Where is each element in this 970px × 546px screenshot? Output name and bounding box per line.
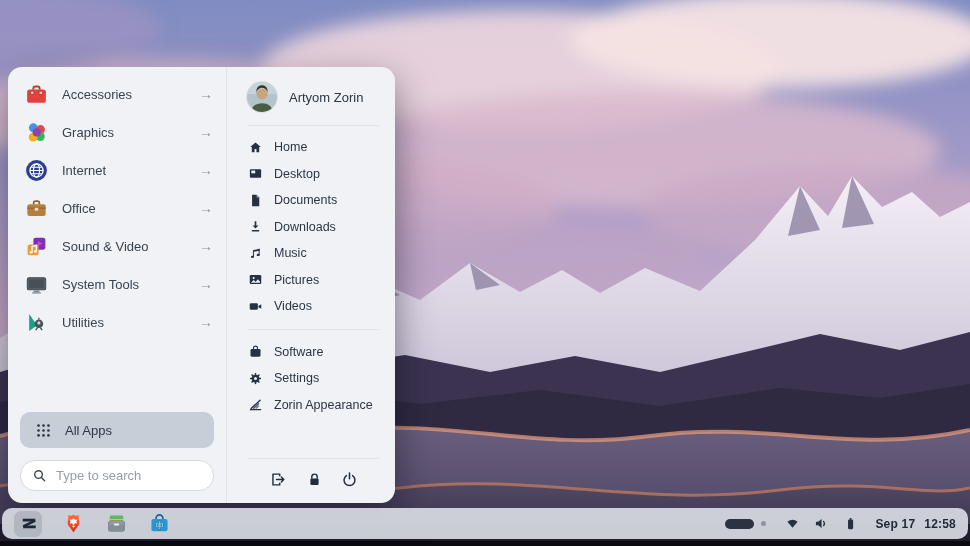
color-palette-icon (24, 120, 49, 145)
download-icon (248, 219, 263, 234)
shortcut-settings[interactable]: Settings (245, 365, 381, 392)
category-label: Office (62, 201, 96, 216)
places-column: Artyom Zorin Home Desktop (227, 67, 395, 503)
desktop-icon (248, 166, 263, 181)
music-note-icon (248, 246, 263, 261)
category-office[interactable]: Office → (8, 189, 226, 227)
search-bar[interactable] (20, 460, 214, 491)
chevron-right-icon: → (199, 277, 213, 291)
session-area (245, 445, 381, 491)
place-label: Documents (274, 193, 337, 207)
battery-icon[interactable] (842, 515, 859, 532)
divider (247, 329, 379, 330)
category-label: Utilities (62, 315, 104, 330)
place-home[interactable]: Home (245, 134, 381, 161)
place-downloads[interactable]: Downloads (245, 214, 381, 241)
session-buttons (245, 459, 381, 491)
chevron-right-icon: → (199, 201, 213, 215)
globe-icon (24, 158, 49, 183)
monitor-icon (24, 272, 49, 297)
logout-icon[interactable] (269, 470, 288, 489)
place-label: Music (274, 246, 307, 260)
place-desktop[interactable]: Desktop (245, 161, 381, 188)
category-label: Graphics (62, 125, 114, 140)
category-column: Accessories → Graphics → (8, 67, 227, 503)
category-label: System Tools (62, 277, 139, 292)
clock-time: 12:58 (924, 517, 956, 531)
media-icon (24, 234, 49, 259)
search-icon (32, 468, 47, 483)
zorin-menu-button[interactable] (14, 511, 42, 537)
desktop: Accessories → Graphics → (0, 0, 970, 546)
shortcut-label: Settings (274, 371, 319, 385)
category-label: Sound & Video (62, 239, 149, 254)
chevron-right-icon: → (199, 315, 213, 329)
shortcut-label: Zorin Appearance (274, 398, 373, 412)
home-icon (248, 140, 263, 155)
category-internet[interactable]: Internet → (8, 151, 226, 189)
utilities-icon (24, 310, 49, 335)
zorin-logo-icon (17, 512, 40, 535)
workspace-indicator[interactable] (725, 519, 766, 529)
video-camera-icon (248, 299, 263, 314)
chevron-right-icon: → (199, 239, 213, 253)
picture-icon (248, 272, 263, 287)
search-input[interactable] (56, 468, 202, 483)
place-label: Downloads (274, 220, 336, 234)
app-menu-panel: Accessories → Graphics → (8, 67, 395, 503)
place-videos[interactable]: Videos (245, 293, 381, 320)
chevron-right-icon: → (199, 87, 213, 101)
clock-date: Sep 17 (875, 517, 915, 531)
zorin-appearance-icon (248, 397, 263, 412)
place-documents[interactable]: Documents (245, 187, 381, 214)
category-sound-video[interactable]: Sound & Video → (8, 227, 226, 265)
chevron-right-icon: → (199, 163, 213, 177)
category-utilities[interactable]: Utilities → (8, 303, 226, 341)
all-apps-label: All Apps (65, 423, 112, 438)
lock-icon[interactable] (305, 470, 324, 489)
briefcase-icon (24, 196, 49, 221)
wifi-icon[interactable] (784, 515, 801, 532)
avatar (247, 82, 277, 112)
place-music[interactable]: Music (245, 240, 381, 267)
clock[interactable]: Sep 17 12:58 (871, 517, 956, 531)
shortcut-label: Software (274, 345, 323, 359)
chevron-right-icon: → (199, 125, 213, 139)
shortcut-zorin-appearance[interactable]: Zorin Appearance (245, 392, 381, 419)
taskbar-status-area: Sep 17 12:58 (725, 515, 956, 532)
gear-icon (248, 371, 263, 386)
taskbar: Sep 17 12:58 (2, 508, 968, 539)
place-label: Videos (274, 299, 312, 313)
category-graphics[interactable]: Graphics → (8, 113, 226, 151)
software-store-icon[interactable] (148, 512, 171, 535)
place-pictures[interactable]: Pictures (245, 267, 381, 294)
grid-icon (35, 422, 52, 439)
place-label: Home (274, 140, 307, 154)
category-label: Internet (62, 163, 106, 178)
place-label: Desktop (274, 167, 320, 181)
all-apps-button[interactable]: All Apps (20, 412, 214, 448)
power-icon[interactable] (340, 470, 359, 489)
category-label: Accessories (62, 87, 132, 102)
volume-icon[interactable] (813, 515, 830, 532)
category-system-tools[interactable]: System Tools → (8, 265, 226, 303)
divider (247, 125, 379, 126)
files-icon[interactable] (105, 512, 128, 535)
toolbox-icon (24, 82, 49, 107)
category-accessories[interactable]: Accessories → (8, 75, 226, 113)
taskbar-apps (14, 511, 171, 537)
document-icon (248, 193, 263, 208)
user-account[interactable]: Artyom Zorin (245, 80, 381, 112)
workspace-inactive-dot (761, 521, 766, 526)
brave-browser-icon[interactable] (62, 512, 85, 535)
software-bag-icon (248, 344, 263, 359)
user-name: Artyom Zorin (289, 90, 363, 105)
workspace-active-pill (725, 519, 754, 529)
shortcut-software[interactable]: Software (245, 339, 381, 366)
place-label: Pictures (274, 273, 319, 287)
